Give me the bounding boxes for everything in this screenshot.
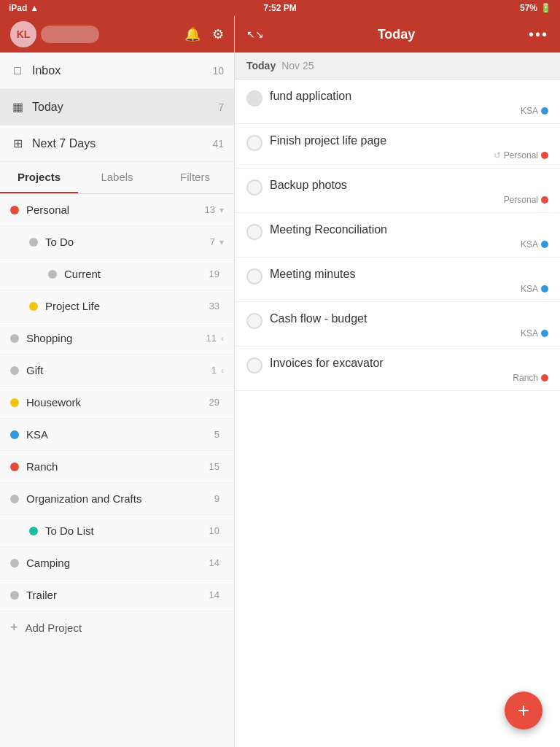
next7-icon: ⊞	[10, 136, 25, 150]
status-bar: iPad ▲ 7:52 PM 57% 🔋	[0, 0, 560, 16]
nav-inbox-label: Inbox	[32, 64, 212, 77]
avatar[interactable]: KL	[10, 21, 36, 47]
date-sub: Nov 25	[281, 60, 314, 71]
task-check[interactable]	[246, 357, 262, 374]
project-item-camping[interactable]: Camping 14	[0, 547, 234, 579]
orgcrafts-name: Organization and Crafts	[26, 492, 214, 505]
task-title: Invoices for excavator	[270, 357, 548, 370]
nav-next7[interactable]: ⊞ Next 7 Days 41	[0, 125, 234, 162]
nav-next7-label: Next 7 Days	[32, 137, 212, 150]
project-item-trailer[interactable]: Trailer 14	[0, 579, 234, 611]
add-project[interactable]: + Add Project	[0, 611, 234, 643]
housework-count: 29	[209, 397, 219, 408]
project-item-gift[interactable]: Gift 1 ‹	[0, 355, 234, 387]
orgcrafts-dot	[10, 495, 19, 503]
battery-icon: 🔋	[540, 3, 551, 13]
nav-today-count: 7	[218, 101, 224, 113]
sidebar-header: KL 🔔 ⚙	[0, 16, 234, 53]
add-task-button[interactable]: +	[505, 692, 542, 729]
gift-dot	[10, 366, 19, 375]
task-project-label: Personal	[504, 150, 538, 160]
nav-today[interactable]: ▦ Today 7	[0, 89, 234, 125]
nav-next7-count: 41	[212, 138, 224, 150]
housework-name: Housework	[26, 396, 209, 409]
project-item-ksa[interactable]: KSA 5	[0, 419, 234, 451]
task-item[interactable]: Backup photos Personal	[235, 169, 560, 213]
date-label: Today	[246, 60, 276, 71]
camping-dot	[10, 559, 19, 568]
task-item[interactable]: fund application KSA	[235, 80, 560, 124]
task-check[interactable]	[246, 179, 262, 196]
task-item[interactable]: Invoices for excavator Ranch	[235, 347, 560, 391]
status-time: 7:52 PM	[263, 3, 296, 13]
todo-name: To Do	[45, 236, 210, 248]
task-avatar	[248, 92, 261, 105]
tab-labels[interactable]: Labels	[78, 162, 156, 193]
task-project-dot	[541, 374, 548, 382]
task-project-label: KSA	[521, 239, 538, 249]
shopping-name: Shopping	[26, 332, 206, 344]
task-item[interactable]: Cash flow - budget KSA	[235, 302, 560, 347]
project-item-todo[interactable]: To Do 7 ▾	[0, 226, 234, 258]
project-item-todolist[interactable]: To Do List 10	[0, 515, 234, 547]
task-project-dot	[541, 330, 548, 337]
task-title: Meeting Reconciliation	[270, 223, 548, 236]
task-check[interactable]	[246, 224, 262, 240]
ksa-count: 5	[214, 429, 219, 440]
projectlife-count: 33	[209, 301, 219, 311]
project-item-housework[interactable]: Housework 29	[0, 387, 234, 419]
project-list: Personal 13 ▾ To Do 7 ▾ Current 19 Proje…	[0, 194, 234, 611]
project-tabs: Projects Labels Filters	[0, 162, 234, 194]
project-item-current[interactable]: Current 19	[0, 258, 234, 290]
todolist-dot	[29, 527, 38, 535]
today-icon: ▦	[10, 100, 25, 114]
trailer-count: 14	[209, 589, 219, 600]
add-project-icon: +	[10, 620, 18, 635]
task-check[interactable]	[246, 90, 262, 107]
task-project-label: Personal	[504, 195, 538, 205]
gift-count: 1	[211, 365, 217, 376]
task-check[interactable]	[246, 313, 262, 329]
project-item-personal[interactable]: Personal 13 ▾	[0, 194, 234, 226]
tab-filters[interactable]: Filters	[156, 162, 234, 193]
current-name: Current	[64, 268, 209, 280]
nav-inbox[interactable]: □ Inbox 10	[0, 53, 234, 89]
task-project-dot	[541, 107, 548, 115]
personal-chevron: ▾	[219, 205, 224, 215]
inbox-icon: □	[10, 64, 25, 77]
task-project-label: Ranch	[513, 373, 538, 383]
personal-name: Personal	[26, 204, 205, 216]
task-item[interactable]: Meeting Reconciliation KSA	[235, 213, 560, 258]
project-item-orgcrafts[interactable]: Organization and Crafts 9	[0, 483, 234, 515]
shopping-dot	[10, 334, 19, 343]
more-icon[interactable]: •••	[529, 26, 548, 43]
project-item-shopping[interactable]: Shopping 11 ‹	[0, 322, 234, 355]
current-count: 19	[209, 268, 219, 279]
ksa-dot	[10, 430, 19, 439]
todolist-count: 10	[209, 525, 219, 536]
task-project-dot	[541, 241, 548, 248]
task-item[interactable]: Finish project life page ↺ Personal	[235, 124, 560, 169]
shopping-count: 11	[206, 333, 217, 344]
task-title: Backup photos	[270, 179, 548, 192]
project-item-ranch[interactable]: Ranch 15	[0, 451, 234, 483]
task-project-dot	[541, 196, 548, 204]
project-item-projectlife[interactable]: Project Life 33	[0, 290, 234, 322]
notification-icon[interactable]: 🔔	[184, 26, 201, 42]
task-title: fund application	[270, 90, 548, 103]
status-battery-percent: 57%	[520, 3, 537, 13]
trailer-name: Trailer	[26, 589, 209, 601]
task-check[interactable]	[246, 135, 262, 151]
main-header: ↖↘ Today •••	[235, 16, 560, 53]
settings-icon[interactable]: ⚙	[212, 26, 224, 42]
task-check[interactable]	[246, 268, 262, 285]
main-title: Today	[378, 27, 416, 42]
wifi-icon: ▲	[30, 3, 39, 13]
tab-projects[interactable]: Projects	[0, 162, 78, 193]
personal-count: 13	[205, 204, 215, 215]
back-icon[interactable]: ↖↘	[246, 28, 264, 40]
nav-inbox-count: 10	[212, 65, 224, 77]
task-item[interactable]: Meeting minutes KSA	[235, 258, 560, 302]
task-project-label: KSA	[521, 284, 538, 294]
repeat-icon: ↺	[494, 150, 501, 160]
